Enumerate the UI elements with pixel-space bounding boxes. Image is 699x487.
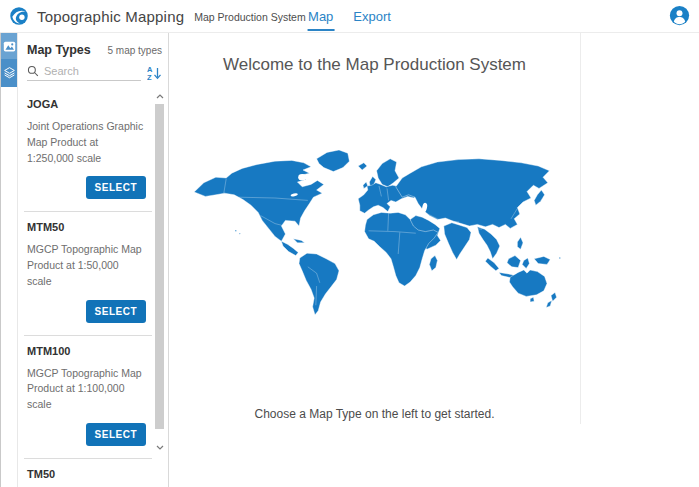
action-map-types[interactable] [1, 33, 17, 59]
map-type-name: JOGA [27, 98, 152, 110]
scroll-up-icon[interactable] [154, 90, 166, 102]
scroll-down-icon[interactable] [154, 441, 166, 453]
map-type-name: TM50 [27, 468, 152, 480]
sort-az-icon[interactable]: A Z [147, 65, 162, 81]
app-title: Topographic Mapping [37, 8, 184, 25]
user-avatar-icon[interactable] [669, 5, 690, 26]
map-types-panel: Map Types 5 map types A Z JOGA Joint O [18, 33, 169, 487]
app-logo-globe-icon [9, 6, 29, 26]
welcome-title: Welcome to the Map Production System [223, 55, 526, 75]
list-item-tm50: TM50 Topographic Map Product at 1:50,000… [24, 459, 152, 487]
svg-text:Z: Z [147, 73, 152, 81]
select-button-mtm50[interactable]: SELECT [86, 300, 146, 323]
main-content: Welcome to the Map Production System [169, 33, 699, 487]
welcome-panel: Welcome to the Map Production System [169, 33, 581, 424]
world-map-image [179, 125, 571, 323]
map-types-count: 5 map types [108, 45, 162, 56]
panel-title: Map Types [27, 43, 91, 57]
search-input[interactable] [44, 65, 124, 77]
search-field[interactable] [27, 65, 141, 81]
map-type-description: Joint Operations Graphic Map Product at … [27, 119, 145, 166]
map-types-list: JOGA Joint Operations Graphic Map Produc… [18, 89, 168, 487]
layers-icon [3, 66, 16, 79]
map-type-name: MTM100 [27, 345, 152, 357]
action-strip [0, 33, 18, 487]
list-item-mtm100: MTM100 MGCP Topographic Map Product at 1… [24, 336, 152, 459]
select-button-mtm100[interactable]: SELECT [86, 423, 146, 446]
map-type-description: MGCP Topographic Map Product at 1:50,000… [27, 242, 145, 289]
select-button-joga[interactable]: SELECT [86, 176, 146, 199]
helper-text: Choose a Map Type on the left to get sta… [255, 407, 495, 421]
scrollbar-thumb[interactable] [155, 104, 164, 429]
action-layers[interactable] [1, 59, 17, 85]
map-type-description: MGCP Topographic Map Product at 1:100,00… [27, 366, 145, 413]
tab-export[interactable]: Export [352, 2, 392, 31]
app-header: Topographic Mapping Map Production Syste… [0, 0, 699, 33]
sidebar-scrollbar[interactable] [154, 89, 166, 487]
list-item-mtm50: MTM50 MGCP Topographic Map Product at 1:… [24, 212, 152, 335]
tab-map[interactable]: Map [307, 2, 334, 31]
search-icon [27, 65, 39, 77]
map-tile-icon [3, 40, 16, 53]
app-subtitle: Map Production System [194, 11, 305, 23]
map-type-name: MTM50 [27, 221, 152, 233]
list-item-joga: JOGA Joint Operations Graphic Map Produc… [24, 89, 152, 212]
header-tabs: Map Export [307, 0, 392, 33]
